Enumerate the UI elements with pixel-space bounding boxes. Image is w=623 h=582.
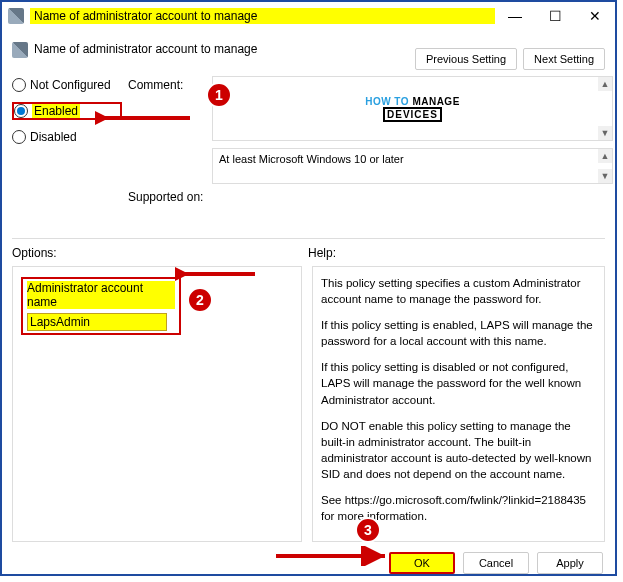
help-label: Help: xyxy=(308,246,336,260)
apply-button[interactable]: Apply xyxy=(537,552,603,574)
options-label: Options: xyxy=(12,246,308,260)
supported-on-value: At least Microsoft Windows 10 or later xyxy=(219,153,404,165)
admin-account-name-label: Administrator account name xyxy=(27,281,175,309)
policy-icon xyxy=(8,8,24,24)
options-pane: Administrator account name xyxy=(12,266,302,542)
help-text: This policy setting specifies a custom A… xyxy=(321,275,594,307)
previous-setting-button[interactable]: Previous Setting xyxy=(415,48,517,70)
help-pane: This policy setting specifies a custom A… xyxy=(312,266,605,542)
admin-account-name-input[interactable] xyxy=(27,313,167,331)
radio-not-configured[interactable]: Not Configured xyxy=(12,78,122,92)
close-button[interactable]: ✕ xyxy=(575,2,615,30)
scroll-up-icon[interactable]: ▲ xyxy=(598,77,612,91)
radio-enabled[interactable]: Enabled xyxy=(14,104,80,118)
ok-button[interactable]: OK xyxy=(389,552,455,574)
policy-title: Name of administrator account to manage xyxy=(34,40,415,56)
option-group: Administrator account name xyxy=(21,277,181,335)
radio-icon-selected xyxy=(14,104,28,118)
help-text: If this policy setting is enabled, LAPS … xyxy=(321,317,594,349)
radio-label-disabled: Disabled xyxy=(30,130,77,144)
comment-textarea[interactable]: HOW TO MANAGE DEVICES ▲ ▼ xyxy=(212,76,613,141)
window-title: Name of administrator account to manage xyxy=(30,8,495,24)
supported-on-label: Supported on: xyxy=(128,190,203,204)
radio-icon xyxy=(12,130,26,144)
cancel-button[interactable]: Cancel xyxy=(463,552,529,574)
help-text: DO NOT enable this policy setting to man… xyxy=(321,418,594,482)
radio-disabled[interactable]: Disabled xyxy=(12,130,122,144)
comment-label: Comment: xyxy=(128,78,203,92)
minimize-button[interactable]: — xyxy=(495,2,535,30)
radio-label-enabled: Enabled xyxy=(32,104,80,118)
titlebar: Name of administrator account to manage … xyxy=(2,2,615,30)
next-setting-button[interactable]: Next Setting xyxy=(523,48,605,70)
maximize-button[interactable]: ☐ xyxy=(535,2,575,30)
radio-icon xyxy=(12,78,26,92)
policy-header-icon xyxy=(12,42,28,58)
help-text: See https://go.microsoft.com/fwlink/?lin… xyxy=(321,492,594,524)
scroll-down-icon[interactable]: ▼ xyxy=(598,169,612,183)
help-text: If this policy setting is disabled or no… xyxy=(321,359,594,407)
scroll-up-icon[interactable]: ▲ xyxy=(598,149,612,163)
brand-watermark: HOW TO MANAGE DEVICES xyxy=(365,96,460,122)
supported-on-box: At least Microsoft Windows 10 or later ▲… xyxy=(212,148,613,184)
scroll-down-icon[interactable]: ▼ xyxy=(598,126,612,140)
radio-label-not-configured: Not Configured xyxy=(30,78,111,92)
